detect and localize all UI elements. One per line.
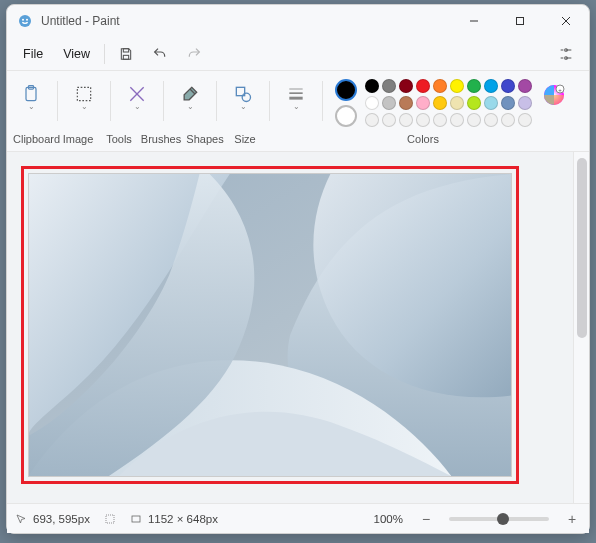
zoom-in-button[interactable]: +	[563, 511, 581, 527]
cursor-icon	[15, 513, 27, 525]
vertical-scrollbar[interactable]	[573, 152, 589, 503]
zoom-slider[interactable]	[449, 517, 549, 521]
label-colors: Colors	[263, 133, 583, 145]
color-swatch[interactable]	[365, 113, 379, 127]
color-selectors	[335, 79, 357, 127]
color-swatch[interactable]	[467, 96, 481, 110]
menu-view[interactable]: View	[53, 41, 100, 67]
tools-button[interactable]: ⌄	[119, 77, 155, 117]
work-area	[7, 152, 589, 503]
paint-window: Untitled - Paint File View ⌄ ⌄ ⌄ ⌄ ⌄ ⌄	[6, 4, 590, 534]
window-title: Untitled - Paint	[41, 14, 120, 28]
color-swatch[interactable]	[467, 113, 481, 127]
canvas-viewport[interactable]	[7, 152, 573, 503]
menu-bar: File View	[7, 37, 589, 71]
image-select-button[interactable]: ⌄	[66, 77, 102, 117]
color-swatch[interactable]	[433, 113, 447, 127]
color-swatch[interactable]	[518, 96, 532, 110]
svg-rect-24	[132, 516, 140, 522]
svg-rect-4	[517, 18, 524, 25]
color-swatch[interactable]	[365, 79, 379, 93]
color-swatch[interactable]	[416, 113, 430, 127]
canvas-size: 1152 × 648px	[130, 513, 218, 525]
cursor-position: 693, 595px	[15, 513, 90, 525]
color-swatch[interactable]	[518, 113, 532, 127]
color-swatch[interactable]	[382, 96, 396, 110]
paint-app-icon	[17, 13, 33, 29]
label-brushes: Brushes	[139, 133, 183, 145]
zoom-level: 100%	[374, 513, 403, 525]
svg-rect-7	[123, 48, 128, 51]
zoom-slider-knob[interactable]	[497, 513, 509, 525]
maximize-button[interactable]	[497, 5, 543, 37]
canvas-selection	[21, 166, 519, 484]
brushes-button[interactable]: ⌄	[172, 77, 208, 117]
undo-button[interactable]	[143, 40, 177, 68]
label-image: Image	[57, 133, 99, 145]
svg-point-15	[242, 93, 250, 101]
color-swatch[interactable]	[416, 79, 430, 93]
color-swatch[interactable]	[365, 96, 379, 110]
svg-point-1	[22, 19, 24, 21]
color-swatch[interactable]	[518, 79, 532, 93]
color-swatch[interactable]	[399, 113, 413, 127]
color-swatch[interactable]	[484, 113, 498, 127]
save-button[interactable]	[109, 40, 143, 68]
svg-rect-13	[77, 87, 90, 100]
selection-icon	[104, 513, 116, 525]
color-swatch[interactable]	[450, 79, 464, 93]
color-swatch[interactable]	[467, 79, 481, 93]
cursor-position-text: 693, 595px	[33, 513, 90, 525]
color-swatch[interactable]	[501, 113, 515, 127]
color-swatch[interactable]	[382, 113, 396, 127]
shapes-button[interactable]: ⌄	[225, 77, 261, 117]
minimize-button[interactable]	[451, 5, 497, 37]
zoom-out-button[interactable]: −	[417, 511, 435, 527]
redo-button[interactable]	[177, 40, 211, 68]
color-swatch[interactable]	[484, 96, 498, 110]
color-swatch[interactable]	[433, 96, 447, 110]
color-palette	[365, 79, 532, 127]
label-clipboard: Clipboard	[13, 133, 57, 145]
dimensions-icon	[130, 513, 142, 525]
canvas-size-text: 1152 × 648px	[148, 513, 218, 525]
color-swatch[interactable]	[382, 79, 396, 93]
color-swatch[interactable]	[416, 96, 430, 110]
color-2[interactable]	[335, 105, 357, 127]
label-size: Size	[227, 133, 263, 145]
label-shapes: Shapes	[183, 133, 227, 145]
color-swatch[interactable]	[433, 79, 447, 93]
color-swatch[interactable]	[450, 113, 464, 127]
svg-rect-8	[123, 55, 128, 59]
settings-button[interactable]	[549, 40, 583, 68]
color-swatch[interactable]	[399, 79, 413, 93]
clipboard-button[interactable]: ⌄	[13, 77, 49, 117]
ribbon-labels: Clipboard Image Tools Brushes Shapes Siz…	[7, 133, 589, 152]
title-bar: Untitled - Paint	[7, 5, 589, 37]
close-button[interactable]	[543, 5, 589, 37]
label-tools: Tools	[99, 133, 139, 145]
color-swatch[interactable]	[501, 79, 515, 93]
size-button[interactable]: ⌄	[278, 77, 314, 117]
menu-file[interactable]: File	[13, 41, 53, 67]
scrollbar-thumb[interactable]	[577, 158, 587, 338]
color-swatch[interactable]	[450, 96, 464, 110]
ribbon: ⌄ ⌄ ⌄ ⌄ ⌄ ⌄ +	[7, 71, 589, 133]
menu-divider	[104, 44, 105, 64]
svg-point-2	[26, 19, 28, 21]
color-swatch[interactable]	[501, 96, 515, 110]
status-bar: 693, 595px 1152 × 648px 100% − +	[7, 503, 589, 533]
selection-size	[104, 513, 116, 525]
edit-colors-button[interactable]: +	[542, 83, 566, 107]
svg-point-0	[19, 15, 31, 27]
color-swatch[interactable]	[399, 96, 413, 110]
canvas[interactable]	[29, 174, 511, 476]
svg-text:+: +	[558, 87, 562, 93]
svg-rect-23	[106, 515, 114, 523]
color-swatch[interactable]	[484, 79, 498, 93]
color-1[interactable]	[335, 79, 357, 101]
